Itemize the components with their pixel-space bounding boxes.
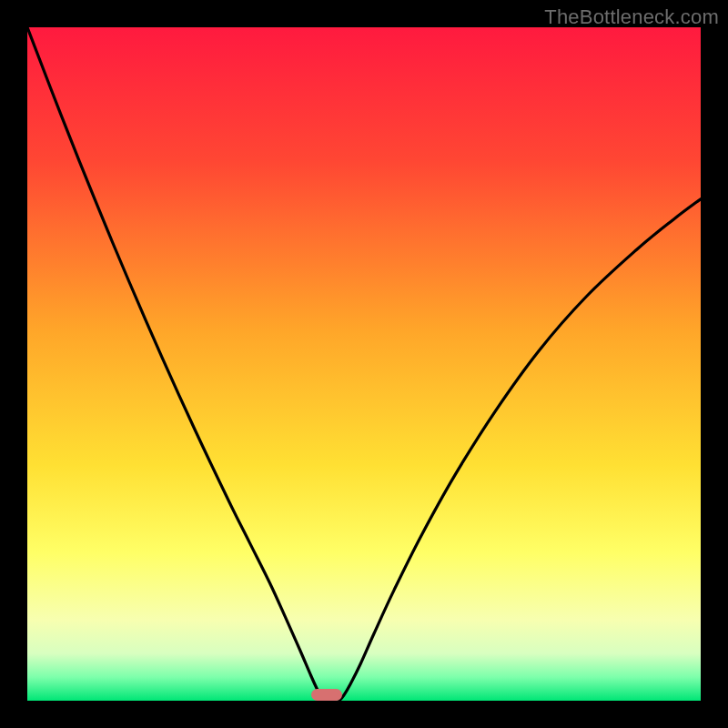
- watermark-text: TheBottleneck.com: [544, 5, 719, 29]
- bottleneck-marker: [311, 689, 342, 701]
- plot-area: [27, 27, 701, 701]
- left-curve: [27, 27, 326, 701]
- right-curve: [339, 199, 701, 701]
- chart-frame: TheBottleneck.com: [0, 0, 728, 728]
- curves-layer: [27, 27, 701, 701]
